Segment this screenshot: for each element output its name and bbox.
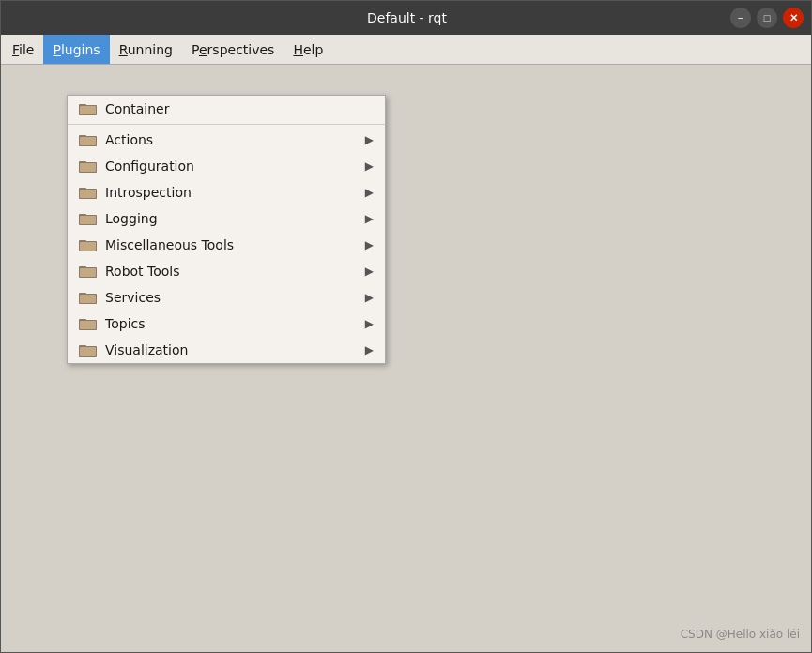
window-controls: − □ ✕ (730, 8, 804, 28)
arrow-actions: ▶ (365, 133, 374, 146)
menu-item-introspection[interactable]: Introspection ▶ (68, 179, 385, 205)
menu-item-configuration-label: Configuration (105, 159, 194, 174)
svg-rect-14 (80, 216, 96, 224)
svg-rect-11 (80, 190, 96, 198)
menu-item-actions-label: Actions (105, 132, 153, 147)
menu-running[interactable]: Running (110, 35, 182, 64)
svg-rect-29 (80, 347, 96, 356)
menu-perspectives-label: Perspectives (192, 42, 274, 57)
arrow-miscellaneous-tools: ▶ (365, 238, 374, 251)
menu-item-introspection-label: Introspection (105, 185, 192, 200)
menu-item-services[interactable]: Services ▶ (68, 284, 385, 311)
folder-icon-logging (79, 211, 98, 226)
menu-plugins-label: Plugins (53, 42, 100, 57)
svg-rect-17 (80, 242, 96, 251)
close-button[interactable]: ✕ (783, 8, 804, 28)
svg-rect-20 (80, 268, 96, 277)
menu-item-container-label: Container (105, 101, 169, 116)
menu-item-robot-tools-label: Robot Tools (105, 264, 180, 279)
menu-item-miscellaneous-tools[interactable]: Miscellaneous Tools ▶ (68, 232, 385, 258)
main-window: Default - rqt − □ ✕ File Plugins Running… (0, 0, 812, 653)
folder-icon-services (79, 290, 98, 305)
minimize-button[interactable]: − (730, 8, 751, 28)
folder-icon-miscellaneous-tools (79, 237, 98, 252)
menu-file-label: File (12, 42, 34, 57)
menu-item-actions[interactable]: Actions ▶ (68, 127, 385, 153)
menu-perspectives[interactable]: Perspectives (182, 35, 283, 64)
arrow-configuration: ▶ (365, 159, 374, 173)
menu-item-topics-label: Topics (105, 316, 146, 331)
arrow-topics: ▶ (365, 317, 374, 330)
menu-help-label: Help (293, 42, 323, 57)
menu-item-topics[interactable]: Topics ▶ (68, 311, 385, 337)
watermark: CSDN @Hello xiǎo léi (681, 628, 800, 641)
svg-rect-23 (80, 295, 96, 303)
menu-item-visualization-label: Visualization (105, 342, 188, 357)
arrow-logging: ▶ (365, 212, 374, 225)
arrow-visualization: ▶ (365, 343, 374, 357)
svg-rect-2 (80, 106, 96, 114)
svg-rect-26 (80, 321, 96, 329)
content-area: Container Actions ▶ (1, 65, 811, 652)
window-title: Default - rqt (84, 10, 730, 25)
menu-file[interactable]: File (3, 35, 43, 64)
menu-item-robot-tools[interactable]: Robot Tools ▶ (68, 258, 385, 284)
folder-icon-actions (79, 132, 98, 147)
svg-rect-5 (80, 137, 96, 145)
menu-item-configuration[interactable]: Configuration ▶ (68, 153, 385, 179)
menu-running-label: Running (119, 42, 173, 57)
folder-icon-configuration (79, 159, 98, 174)
menu-item-logging[interactable]: Logging ▶ (68, 205, 385, 232)
menu-help[interactable]: Help (283, 35, 332, 64)
separator-1 (68, 124, 385, 125)
svg-rect-8 (80, 163, 96, 172)
menu-item-logging-label: Logging (105, 211, 158, 226)
menu-item-visualization[interactable]: Visualization ▶ (68, 337, 385, 363)
menu-item-container[interactable]: Container (68, 96, 385, 122)
menu-plugins[interactable]: Plugins (43, 35, 109, 64)
menu-item-services-label: Services (105, 290, 161, 305)
arrow-introspection: ▶ (365, 186, 374, 199)
menu-item-miscellaneous-tools-label: Miscellaneous Tools (105, 237, 234, 252)
folder-icon-robot-tools (79, 264, 98, 279)
folder-icon-visualization (79, 342, 98, 357)
maximize-button[interactable]: □ (757, 8, 777, 28)
arrow-robot-tools: ▶ (365, 265, 374, 278)
folder-icon-container (79, 101, 98, 116)
title-bar: Default - rqt − □ ✕ (1, 1, 811, 35)
plugins-dropdown: Container Actions ▶ (67, 95, 386, 364)
folder-icon-introspection (79, 185, 98, 200)
folder-icon-topics (79, 316, 98, 331)
menubar: File Plugins Running Perspectives Help (1, 35, 811, 65)
arrow-services: ▶ (365, 291, 374, 304)
